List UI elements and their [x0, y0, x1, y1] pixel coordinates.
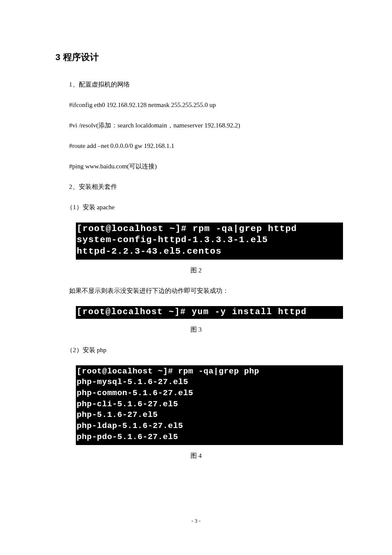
page-number: - 3 -: [0, 517, 392, 524]
paragraph: 如果不显示则表示没安装进行下边的动作即可安装成功：: [55, 286, 337, 296]
terminal-output: [root@localhost ~]# yum -y install httpd: [76, 306, 343, 319]
figure-caption: 图 4: [55, 452, 337, 460]
command-line: #route add –net 0.0.0.0/0 gw 192.168.1.1: [55, 141, 337, 151]
paragraph: （2）安装 php: [55, 345, 337, 355]
figure-caption: 图 3: [55, 326, 337, 334]
document-page: 3 程序设计 1、配置虚拟机的网络 #ifconfig eth0 192.168…: [0, 0, 392, 460]
terminal-output: [root@localhost ~]# rpm -qa|grep httpd s…: [76, 223, 343, 260]
section-heading: 3 程序设计: [55, 51, 337, 63]
paragraph: 2、安装相关套件: [55, 182, 337, 192]
command-line: #ping www.baidu.com(可以连接): [55, 161, 337, 171]
command-line: #ifconfig eth0 192.168.92.128 netmask 25…: [55, 100, 337, 110]
paragraph: 1、配置虚拟机的网络: [55, 79, 337, 90]
figure-caption: 图 2: [55, 266, 337, 275]
paragraph: （1）安装 apache: [55, 202, 337, 212]
command-line: #vi /resolv(添加：search localdomain，namese…: [55, 120, 337, 130]
terminal-output: [root@localhost ~]# rpm -qa|grep php php…: [76, 365, 343, 445]
